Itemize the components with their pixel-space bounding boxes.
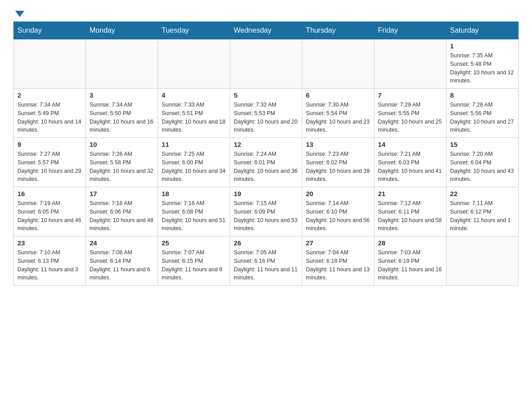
calendar-cell: 11Sunrise: 7:25 AMSunset: 6:00 PMDayligh…: [158, 138, 230, 187]
day-number: 24: [90, 239, 154, 247]
calendar-table: SundayMondayTuesdayWednesdayThursdayFrid…: [13, 21, 519, 286]
calendar-cell: 8Sunrise: 7:28 AMSunset: 5:56 PMDaylight…: [446, 89, 519, 138]
day-number: 6: [306, 91, 370, 99]
calendar-week-row: 23Sunrise: 7:10 AMSunset: 6:13 PMDayligh…: [14, 236, 519, 286]
day-info: Sunrise: 7:08 AMSunset: 6:14 PMDaylight:…: [90, 248, 154, 282]
day-number: 14: [378, 141, 442, 148]
calendar-cell: [446, 236, 519, 286]
day-number: 8: [450, 91, 515, 99]
day-number: 27: [306, 239, 370, 247]
day-info: Sunrise: 7:26 AMSunset: 5:58 PMDaylight:…: [90, 150, 154, 184]
calendar-cell: [374, 39, 446, 89]
day-info: Sunrise: 7:04 AMSunset: 6:18 PMDaylight:…: [306, 248, 370, 282]
day-info: Sunrise: 7:15 AMSunset: 6:09 PMDaylight:…: [234, 199, 298, 233]
day-info: Sunrise: 7:29 AMSunset: 5:55 PMDaylight:…: [378, 101, 442, 134]
calendar-cell: 3Sunrise: 7:34 AMSunset: 5:50 PMDaylight…: [86, 89, 158, 138]
day-number: 23: [17, 239, 82, 247]
day-info: Sunrise: 7:23 AMSunset: 6:02 PMDaylight:…: [306, 150, 370, 184]
day-info: Sunrise: 7:05 AMSunset: 6:16 PMDaylight:…: [234, 248, 298, 282]
calendar-cell: 19Sunrise: 7:15 AMSunset: 6:09 PMDayligh…: [230, 187, 302, 236]
calendar-cell: 22Sunrise: 7:11 AMSunset: 6:12 PMDayligh…: [446, 187, 519, 236]
page-header: [13, 9, 519, 17]
day-info: Sunrise: 7:19 AMSunset: 6:05 PMDaylight:…: [17, 199, 82, 233]
day-number: 16: [17, 190, 82, 197]
calendar-cell: 6Sunrise: 7:30 AMSunset: 5:54 PMDaylight…: [302, 89, 374, 138]
day-number: 11: [162, 141, 226, 148]
day-number: 12: [234, 141, 298, 148]
calendar-cell: [14, 39, 86, 89]
day-number: 2: [17, 91, 82, 99]
day-info: Sunrise: 7:14 AMSunset: 6:10 PMDaylight:…: [306, 199, 370, 233]
day-number: 7: [378, 91, 442, 99]
calendar-cell: 15Sunrise: 7:20 AMSunset: 6:04 PMDayligh…: [446, 138, 519, 187]
calendar-cell: 18Sunrise: 7:16 AMSunset: 6:08 PMDayligh…: [158, 187, 230, 236]
calendar-week-row: 2Sunrise: 7:34 AMSunset: 5:49 PMDaylight…: [14, 89, 519, 138]
day-number: 3: [90, 91, 154, 99]
day-number: 20: [306, 190, 370, 197]
calendar-cell: 2Sunrise: 7:34 AMSunset: 5:49 PMDaylight…: [14, 89, 86, 138]
calendar-cell: 26Sunrise: 7:05 AMSunset: 6:16 PMDayligh…: [230, 236, 302, 286]
day-info: Sunrise: 7:03 AMSunset: 6:19 PMDaylight:…: [378, 248, 442, 282]
day-number: 28: [378, 239, 442, 247]
day-number: 25: [162, 239, 226, 247]
day-info: Sunrise: 7:27 AMSunset: 5:57 PMDaylight:…: [17, 150, 82, 184]
day-info: Sunrise: 7:25 AMSunset: 6:00 PMDaylight:…: [162, 150, 226, 184]
calendar-week-row: 16Sunrise: 7:19 AMSunset: 6:05 PMDayligh…: [14, 187, 519, 236]
day-number: 10: [90, 141, 154, 148]
day-info: Sunrise: 7:33 AMSunset: 5:51 PMDaylight:…: [162, 101, 226, 134]
day-number: 1: [450, 42, 515, 50]
day-info: Sunrise: 7:24 AMSunset: 6:01 PMDaylight:…: [234, 150, 298, 184]
calendar-cell: [302, 39, 374, 89]
calendar-cell: 16Sunrise: 7:19 AMSunset: 6:05 PMDayligh…: [14, 187, 86, 236]
day-info: Sunrise: 7:12 AMSunset: 6:11 PMDaylight:…: [378, 199, 442, 233]
calendar-header-row: SundayMondayTuesdayWednesdayThursdayFrid…: [14, 22, 519, 39]
day-of-week-header: Monday: [86, 22, 158, 39]
day-info: Sunrise: 7:21 AMSunset: 6:03 PMDaylight:…: [378, 150, 442, 184]
calendar-week-row: 9Sunrise: 7:27 AMSunset: 5:57 PMDaylight…: [14, 138, 519, 187]
day-info: Sunrise: 7:20 AMSunset: 6:04 PMDaylight:…: [450, 150, 515, 184]
day-number: 4: [162, 91, 226, 99]
calendar-cell: 10Sunrise: 7:26 AMSunset: 5:58 PMDayligh…: [86, 138, 158, 187]
day-of-week-header: Wednesday: [230, 22, 302, 39]
calendar-cell: 17Sunrise: 7:18 AMSunset: 6:06 PMDayligh…: [86, 187, 158, 236]
day-number: 17: [90, 190, 154, 197]
day-of-week-header: Friday: [374, 22, 446, 39]
day-of-week-header: Saturday: [446, 22, 519, 39]
day-number: 21: [378, 190, 442, 197]
calendar-cell: 9Sunrise: 7:27 AMSunset: 5:57 PMDaylight…: [14, 138, 86, 187]
calendar-cell: 4Sunrise: 7:33 AMSunset: 5:51 PMDaylight…: [158, 89, 230, 138]
day-info: Sunrise: 7:16 AMSunset: 6:08 PMDaylight:…: [162, 199, 226, 233]
day-number: 26: [234, 239, 298, 247]
calendar-cell: 25Sunrise: 7:07 AMSunset: 6:15 PMDayligh…: [158, 236, 230, 286]
day-number: 9: [17, 141, 82, 148]
day-info: Sunrise: 7:34 AMSunset: 5:50 PMDaylight:…: [90, 101, 154, 134]
day-info: Sunrise: 7:30 AMSunset: 5:54 PMDaylight:…: [306, 101, 370, 134]
day-number: 13: [306, 141, 370, 148]
day-number: 18: [162, 190, 226, 197]
day-info: Sunrise: 7:35 AMSunset: 5:48 PMDaylight:…: [450, 51, 515, 85]
calendar-cell: 1Sunrise: 7:35 AMSunset: 5:48 PMDaylight…: [446, 39, 519, 89]
calendar-cell: 23Sunrise: 7:10 AMSunset: 6:13 PMDayligh…: [14, 236, 86, 286]
calendar-cell: [86, 39, 158, 89]
calendar-cell: [230, 39, 302, 89]
day-info: Sunrise: 7:18 AMSunset: 6:06 PMDaylight:…: [90, 199, 154, 233]
day-number: 19: [234, 190, 298, 197]
calendar-cell: 14Sunrise: 7:21 AMSunset: 6:03 PMDayligh…: [374, 138, 446, 187]
day-of-week-header: Tuesday: [158, 22, 230, 39]
calendar-cell: [158, 39, 230, 89]
day-of-week-header: Sunday: [14, 22, 86, 39]
calendar-cell: 7Sunrise: 7:29 AMSunset: 5:55 PMDaylight…: [374, 89, 446, 138]
calendar-cell: 5Sunrise: 7:32 AMSunset: 5:53 PMDaylight…: [230, 89, 302, 138]
calendar-cell: 12Sunrise: 7:24 AMSunset: 6:01 PMDayligh…: [230, 138, 302, 187]
day-number: 15: [450, 141, 515, 148]
calendar-cell: 24Sunrise: 7:08 AMSunset: 6:14 PMDayligh…: [86, 236, 158, 286]
calendar-cell: 20Sunrise: 7:14 AMSunset: 6:10 PMDayligh…: [302, 187, 374, 236]
logo: [13, 9, 24, 17]
calendar-cell: 28Sunrise: 7:03 AMSunset: 6:19 PMDayligh…: [374, 236, 446, 286]
day-info: Sunrise: 7:10 AMSunset: 6:13 PMDaylight:…: [17, 248, 82, 282]
day-of-week-header: Thursday: [302, 22, 374, 39]
day-number: 22: [450, 190, 515, 197]
calendar-cell: 21Sunrise: 7:12 AMSunset: 6:11 PMDayligh…: [374, 187, 446, 236]
calendar-cell: 13Sunrise: 7:23 AMSunset: 6:02 PMDayligh…: [302, 138, 374, 187]
calendar-week-row: 1Sunrise: 7:35 AMSunset: 5:48 PMDaylight…: [14, 39, 519, 89]
